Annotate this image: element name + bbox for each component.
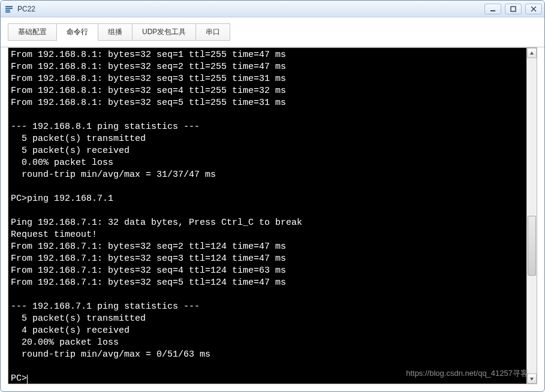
terminal-panel: From 192.168.8.1: bytes=32 seq=1 ttl=255… [8, 47, 537, 384]
close-button[interactable] [525, 4, 542, 14]
scroll-thumb[interactable] [528, 216, 536, 276]
scroll-track[interactable] [527, 58, 537, 373]
tab-cli[interactable]: 命令行 [57, 24, 98, 41]
minimize-button[interactable] [484, 4, 501, 14]
tab-strip: 基础配置命令行组播UDP发包工具串口 [8, 23, 230, 41]
maximize-button[interactable] [505, 4, 522, 14]
tab-udp[interactable]: UDP发包工具 [133, 24, 196, 40]
tabbar-area: 基础配置命令行组播UDP发包工具串口 [1, 17, 544, 47]
svg-rect-1 [511, 7, 516, 11]
window-title: PC22 [17, 5, 35, 13]
window-controls [484, 4, 544, 14]
terminal-cursor [27, 375, 28, 384]
scroll-down-button[interactable] [527, 373, 537, 384]
titlebar: PC22 [1, 1, 544, 17]
svg-rect-0 [490, 10, 495, 11]
title-left: PC22 [4, 4, 35, 14]
tab-serial[interactable]: 串口 [196, 24, 230, 40]
tab-basic[interactable]: 基础配置 [8, 24, 57, 40]
terminal-output[interactable]: From 192.168.8.1: bytes=32 seq=1 ttl=255… [8, 48, 526, 384]
scrollbar[interactable] [526, 48, 537, 384]
scroll-up-button[interactable] [527, 48, 537, 58]
tab-mcast[interactable]: 组播 [98, 24, 133, 40]
app-icon [4, 4, 14, 14]
app-window: PC22 基础配置命令行组播UDP发包工具串口 From 192.168.8.1… [0, 0, 545, 392]
